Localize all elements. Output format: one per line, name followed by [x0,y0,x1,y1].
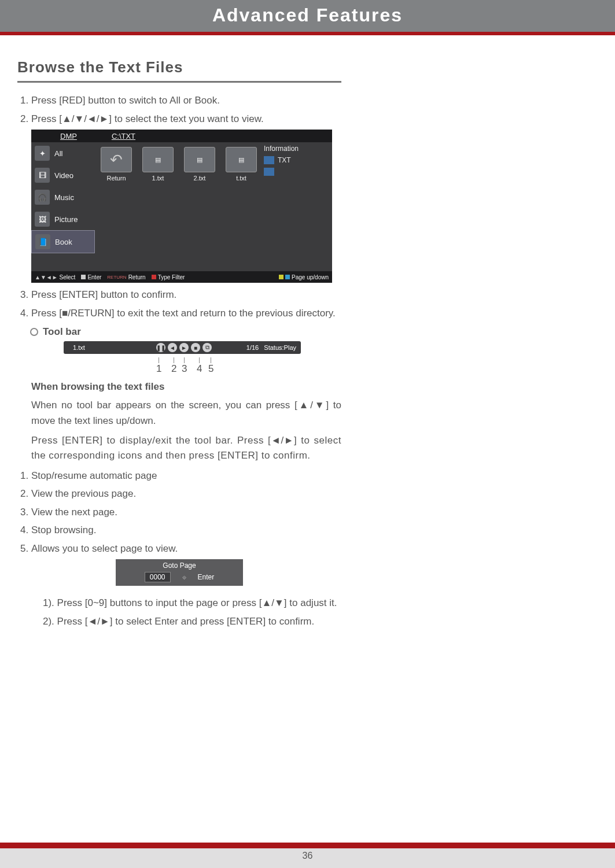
prev-icon[interactable]: ◄ [168,343,177,352]
toolbar-screenshot: 1.txt ❚❚ ◄ ► ■ ⧉ 1/16 Status:Play [64,341,301,354]
toolbar-page: 1/16 [246,344,259,351]
cat-all[interactable]: ✦All [31,142,95,164]
label-1: 1 [156,363,161,375]
header-bar: Advanced Features [0,0,615,32]
bullet-icon [30,328,38,336]
dmp-label: DMP [60,132,77,141]
browsing-p1: When no tool bar appears on the screen, … [31,398,341,429]
browsing-p2: Press [ENTER] to display/exit the tool b… [31,433,341,464]
txt-icon: ▤ [184,147,215,172]
file-grid: ↶Return ▤1.txt ▤2.txt ▤t.txt [101,147,257,182]
cat-video[interactable]: 🎞Video [31,164,95,186]
icon-desc-1: Stop/resume automatic page [31,468,341,483]
step-1: Press [RED] button to switch to All or B… [31,93,341,108]
goto-title: Goto Page [116,562,243,570]
page-number: 36 [0,848,615,868]
path-label: C:\TXT [112,132,135,141]
cat-picture[interactable]: 🖼Picture [31,208,95,230]
txt-icon: ▤ [226,147,257,172]
info-type-icon [264,156,274,164]
browsing-heading: When browsing the text files [31,379,341,394]
step-2: Press [▲/▼/◄/►] to select the text you w… [31,112,341,127]
icon-desc-5: Allows you to select page to view. [31,541,341,556]
toolbar-heading: Tool bar [43,326,81,338]
goto-step-2: 2). Press [◄/►] to select Enter and pres… [43,614,341,629]
file-3[interactable]: ▤t.txt [226,147,257,182]
goto-enter[interactable]: Enter [198,573,215,581]
label-3: 3 [182,363,187,375]
legend-bar: ▲▼◄►Select Enter RETURNReturn Type Filte… [31,271,332,283]
step-4: Press [■/RETURN] to exit the text and re… [31,306,341,321]
stop-icon[interactable]: ■ [191,343,200,352]
label-5: 5 [208,363,213,375]
icon-desc-3: View the next page. [31,505,341,520]
info-title: Information [264,145,327,153]
txt-icon: ▤ [142,147,174,172]
info-panel: Information TXT [264,145,327,179]
goto-value[interactable]: 0000 [145,572,171,582]
goto-steps: 1). Press [0~9] buttons to input the pag… [17,596,341,629]
picture-icon: 🖼 [35,212,50,227]
toolbar-status: Status:Play [264,344,296,351]
footer: 36 [0,843,615,868]
file-return[interactable]: ↶Return [101,147,132,182]
goto-page-screenshot: Goto Page 0000 ⟐ Enter [116,559,243,586]
steps-list-cont: Press [ENTER] button to confirm. Press [… [17,287,341,320]
file-browser-screenshot: DMP C:\TXT ✦All 🎞Video 🎧Music 🖼Picture 📘… [31,130,332,283]
content-area: Browse the Text Files Press [RED] button… [0,35,615,629]
step-3: Press [ENTER] button to confirm. [31,287,341,302]
icon-desc-4: Stop browsing. [31,523,341,538]
cat-music[interactable]: 🎧Music [31,186,95,208]
return-icon: ↶ [101,147,132,172]
goto-step-1: 1). Press [0~9] buttons to input the pag… [43,596,341,611]
spinner-icon[interactable]: ⟐ [182,573,186,581]
info-row-icon [264,168,274,176]
label-2: 2 [171,363,176,375]
category-sidebar: ✦All 🎞Video 🎧Music 🖼Picture 📘Book [31,142,95,253]
next-icon[interactable]: ► [179,343,189,352]
info-type: TXT [278,156,291,164]
icon-desc-list: Stop/resume automatic page View the prev… [17,468,341,556]
section-title: Browse the Text Files [17,58,341,76]
icon-desc-2: View the previous page. [31,486,341,501]
book-icon: 📘 [35,234,50,249]
footer-redbar [0,843,615,848]
toolbar-bullet: Tool bar [30,326,341,338]
toolbar-file: 1.txt [73,344,85,351]
file-2[interactable]: ▤2.txt [184,147,215,182]
music-icon: 🎧 [35,190,50,205]
all-icon: ✦ [35,146,50,161]
goto-icon[interactable]: ⧉ [202,343,212,352]
page: Advanced Features Browse the Text Files … [0,0,615,868]
file-1[interactable]: ▤1.txt [142,147,174,182]
video-icon: 🎞 [35,168,50,183]
pause-icon[interactable]: ❚❚ [156,343,165,352]
section-rule [17,81,341,83]
steps-list: Press [RED] button to switch to All or B… [17,93,341,126]
label-4: 4 [197,363,202,375]
cat-book[interactable]: 📘Book [31,230,95,253]
